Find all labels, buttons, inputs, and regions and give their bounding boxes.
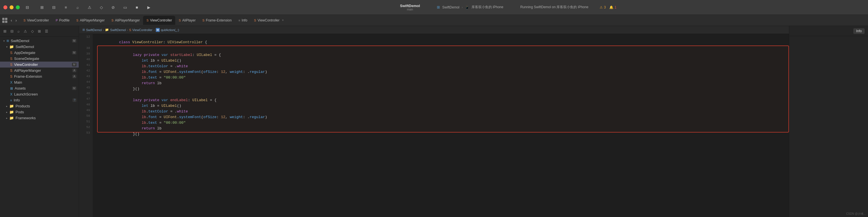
sidebar-item-scenedelegate[interactable]: S SceneDelegate — [0, 56, 79, 62]
breadcrumb-sep-1: › — [103, 28, 104, 32]
stop-button[interactable]: ■ — [134, 4, 140, 10]
running-status: Running SwiftDemol on 库客双小鱼的 iPhone — [520, 5, 588, 9]
tab-aliplayer[interactable]: S AliPlayer — [175, 16, 199, 25]
app-title: SwiftDemol main — [400, 4, 420, 11]
fn-regular-49: regular — [249, 115, 265, 119]
comma-41: , — [225, 70, 230, 74]
tab-frame-extension[interactable]: S Frame-Extension — [199, 16, 235, 25]
code-line-12: class ViewController: UIViewController { — [97, 34, 789, 39]
folder-icon-btn[interactable]: ⊞ — [2, 29, 8, 34]
var-endlabel: endLabel — [170, 98, 188, 102]
sidebar-item-aliplayermanger[interactable]: S AliPlayerManger A — [0, 67, 79, 74]
sidebar-item-pods[interactable]: ▸ 📁 Pods — [0, 109, 79, 115]
line-num-38: 38 — [86, 45, 90, 51]
parens-47: () — [177, 104, 181, 108]
info-tab-button[interactable]: Info — [853, 28, 865, 34]
device-icon-btn[interactable]: ☰ — [44, 29, 50, 34]
tab-podfile[interactable]: P Podfile — [53, 16, 73, 25]
run-button[interactable]: ▶ — [146, 4, 152, 10]
breadcrumb-quitaction[interactable]: quitAction(_:) — [161, 28, 179, 32]
eq-38: = { — [212, 53, 221, 57]
sidebar-toggle-button[interactable]: ⊟ — [24, 4, 30, 10]
sidebar-item-frame-extension[interactable]: S Frame-Extension A — [0, 74, 79, 79]
var-lb-39: lb = — [150, 58, 161, 63]
search-icon-btn[interactable]: ⌕ — [17, 29, 21, 34]
kw-white: white — [177, 64, 188, 69]
hierarchy-button[interactable]: ≡ — [63, 4, 69, 10]
breadcrumb-swiftdemol[interactable]: SwiftDemol — [86, 28, 102, 32]
warn-icon-btn[interactable]: ⚠ — [23, 29, 28, 34]
sidebar-item-viewcontroller[interactable]: S ViewController M — [0, 62, 79, 67]
swift-icon: S — [24, 19, 25, 22]
debug-icon-btn[interactable]: ⊞ — [37, 29, 42, 34]
code-button[interactable]: ⊘ — [110, 4, 116, 10]
tab-aliplayermanger-1[interactable]: S AliPlayerManger — [73, 16, 108, 25]
back-button[interactable]: ‹ — [9, 18, 13, 23]
code-line-38: lazy private var startLabel: UILabel = { — [98, 47, 788, 52]
fn-systemfont-49: systemFont — [179, 115, 201, 119]
nav-buttons: ‹ › — [9, 18, 18, 23]
close-tab-icon[interactable]: × — [282, 19, 284, 22]
indent-51 — [124, 126, 142, 131]
badge-m-assets: M — [72, 86, 76, 90]
ali-icon: S — [76, 19, 79, 22]
sidebar-label-aliplayermanger: AliPlayerManger — [14, 69, 41, 73]
fn-weight: weight — [230, 70, 243, 74]
search-button[interactable]: ⌕ — [74, 4, 81, 10]
git-icon-btn[interactable]: ⊟ — [9, 29, 15, 34]
test-icon-btn[interactable]: ◇ — [30, 29, 35, 34]
lb-50: lb — [142, 121, 146, 125]
breadcrumb-viewcontroller[interactable]: ViewController — [132, 28, 152, 32]
sidebar-item-products[interactable]: ▸ 📁 Products — [0, 103, 79, 109]
info-label: Info — [242, 18, 247, 22]
sidebar-item-appdelegate[interactable]: S AppDelegate M — [0, 50, 79, 56]
maximize-button[interactable] — [16, 5, 20, 9]
tab-viewcontroller-active[interactable]: S ViewController — [143, 16, 175, 25]
sidebar-item-frameworks[interactable]: ▸ 📁 Frameworks — [0, 115, 79, 121]
cls-viewcontroller: ViewController — [132, 40, 163, 44]
breadcrumb-sep-3: › — [154, 28, 155, 32]
vc-close-icon: S — [254, 19, 256, 22]
pod-icon: P — [56, 19, 58, 22]
rect-button[interactable]: ▭ — [122, 4, 128, 10]
fn-ofsize-49: ofSize — [204, 115, 217, 119]
titlebar-center: SwiftDemol main ⊞ SwiftDemol › 📱 库客双小鱼的 … — [152, 4, 865, 11]
device-info: ⊞ SwiftDemol › 📱 库客双小鱼的 iPhone — [437, 5, 503, 9]
tab-aliplayermanger-2[interactable]: S AliPlayerManger — [108, 16, 143, 25]
breadcrumb-m-icon: M — [156, 28, 160, 32]
tab-viewcontroller-1[interactable]: S ViewController — [20, 16, 52, 25]
code-content[interactable]: class ViewController: UIViewController {… — [93, 34, 789, 217]
grid-view-button[interactable] — [2, 18, 7, 23]
indent-47 — [124, 104, 142, 108]
sidebar-item-info[interactable]: ≡ Info ? — [0, 97, 79, 103]
active-swift-icon: S — [147, 19, 148, 22]
fn-textcolor: textColor — [148, 64, 168, 69]
close-button[interactable] — [3, 5, 7, 9]
error-badge[interactable]: 🔔 1 — [609, 5, 617, 9]
sidebar-item-swiftdemol-folder[interactable]: ▾ 📁 SwiftDemol — [0, 44, 79, 50]
tab-viewcontroller-close[interactable]: S ViewController × — [251, 16, 287, 25]
warning-badge[interactable]: ⚠ 3 — [600, 5, 606, 9]
indent-38 — [124, 53, 133, 57]
flex-button[interactable]: ⊟ — [51, 4, 57, 10]
new-tab-button[interactable]: ⊞ — [39, 4, 45, 10]
line-num-47: 47 — [86, 96, 90, 102]
warning-button[interactable]: ⚠ — [86, 4, 93, 10]
sidebar-item-assets[interactable]: ⊞ Assets M — [0, 85, 79, 91]
sidebar-item-launchscreen[interactable]: X LaunchScreen — [0, 91, 79, 97]
str-time-42: "00:00:00" — [164, 76, 186, 80]
tab-label-2: AliPlayerManger — [115, 18, 140, 22]
sidebar-item-swiftdemol-root[interactable]: ▾ ⊞ SwiftDemol M — [0, 38, 79, 44]
parens-49b: ) — [265, 115, 267, 119]
sidebar-item-main[interactable]: X Main — [0, 79, 79, 85]
breadcrumb-swiftdemol-2[interactable]: SwiftDemol — [110, 28, 126, 32]
tab-label: Podfile — [59, 18, 70, 22]
shape-button[interactable]: ◇ — [98, 4, 104, 10]
code-line-41: lb.font = UIFont.systemFont(ofSize: 12, … — [98, 63, 788, 69]
forward-button[interactable]: › — [14, 18, 18, 23]
tab-info[interactable]: ≡ Info — [235, 16, 251, 25]
minimize-button[interactable] — [9, 5, 13, 9]
sidebar-label-pods: Pods — [16, 110, 24, 114]
sidebar-label-launchscreen: LaunchScreen — [14, 92, 38, 96]
colon: : — [163, 40, 167, 44]
